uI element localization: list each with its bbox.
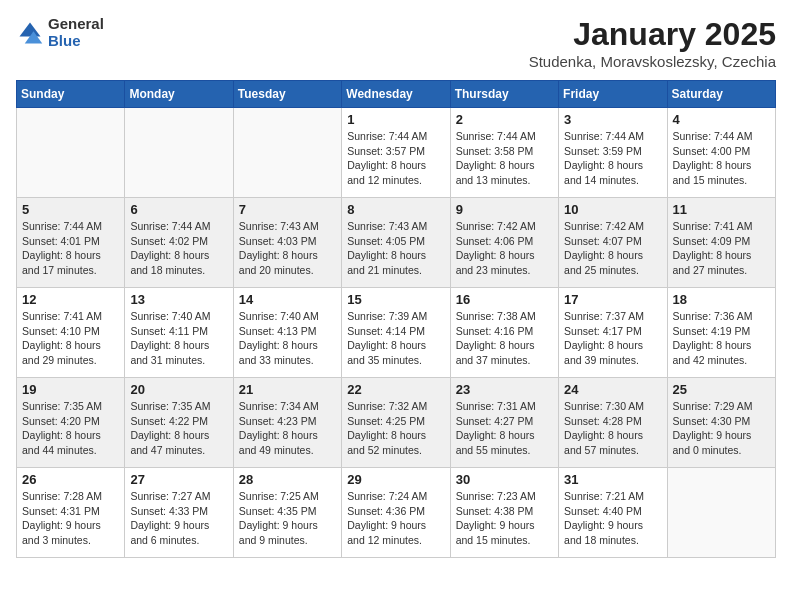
day-info: Sunrise: 7:39 AM Sunset: 4:14 PM Dayligh… bbox=[347, 309, 444, 368]
calendar-cell bbox=[17, 108, 125, 198]
calendar-cell: 15Sunrise: 7:39 AM Sunset: 4:14 PM Dayli… bbox=[342, 288, 450, 378]
day-info: Sunrise: 7:31 AM Sunset: 4:27 PM Dayligh… bbox=[456, 399, 553, 458]
calendar-table: SundayMondayTuesdayWednesdayThursdayFrid… bbox=[16, 80, 776, 558]
calendar-cell: 2Sunrise: 7:44 AM Sunset: 3:58 PM Daylig… bbox=[450, 108, 558, 198]
day-number: 31 bbox=[564, 472, 661, 487]
logo-blue-text: Blue bbox=[48, 33, 104, 50]
calendar-cell: 7Sunrise: 7:43 AM Sunset: 4:03 PM Daylig… bbox=[233, 198, 341, 288]
day-number: 27 bbox=[130, 472, 227, 487]
weekday-header-tuesday: Tuesday bbox=[233, 81, 341, 108]
day-info: Sunrise: 7:42 AM Sunset: 4:06 PM Dayligh… bbox=[456, 219, 553, 278]
calendar-cell: 19Sunrise: 7:35 AM Sunset: 4:20 PM Dayli… bbox=[17, 378, 125, 468]
day-number: 24 bbox=[564, 382, 661, 397]
day-number: 2 bbox=[456, 112, 553, 127]
calendar-cell: 30Sunrise: 7:23 AM Sunset: 4:38 PM Dayli… bbox=[450, 468, 558, 558]
day-number: 29 bbox=[347, 472, 444, 487]
day-info: Sunrise: 7:28 AM Sunset: 4:31 PM Dayligh… bbox=[22, 489, 119, 548]
calendar-cell: 3Sunrise: 7:44 AM Sunset: 3:59 PM Daylig… bbox=[559, 108, 667, 198]
calendar-cell: 14Sunrise: 7:40 AM Sunset: 4:13 PM Dayli… bbox=[233, 288, 341, 378]
weekday-header-wednesday: Wednesday bbox=[342, 81, 450, 108]
calendar-cell bbox=[233, 108, 341, 198]
logo-text: General Blue bbox=[48, 16, 104, 49]
calendar-cell: 10Sunrise: 7:42 AM Sunset: 4:07 PM Dayli… bbox=[559, 198, 667, 288]
weekday-header-thursday: Thursday bbox=[450, 81, 558, 108]
calendar-week-row: 19Sunrise: 7:35 AM Sunset: 4:20 PM Dayli… bbox=[17, 378, 776, 468]
calendar-cell: 18Sunrise: 7:36 AM Sunset: 4:19 PM Dayli… bbox=[667, 288, 775, 378]
calendar-cell: 21Sunrise: 7:34 AM Sunset: 4:23 PM Dayli… bbox=[233, 378, 341, 468]
calendar-cell: 13Sunrise: 7:40 AM Sunset: 4:11 PM Dayli… bbox=[125, 288, 233, 378]
calendar-cell: 22Sunrise: 7:32 AM Sunset: 4:25 PM Dayli… bbox=[342, 378, 450, 468]
calendar-week-row: 26Sunrise: 7:28 AM Sunset: 4:31 PM Dayli… bbox=[17, 468, 776, 558]
day-info: Sunrise: 7:35 AM Sunset: 4:22 PM Dayligh… bbox=[130, 399, 227, 458]
day-number: 20 bbox=[130, 382, 227, 397]
month-title: January 2025 bbox=[529, 16, 776, 53]
day-info: Sunrise: 7:38 AM Sunset: 4:16 PM Dayligh… bbox=[456, 309, 553, 368]
location-subtitle: Studenka, Moravskoslezsky, Czechia bbox=[529, 53, 776, 70]
day-info: Sunrise: 7:44 AM Sunset: 4:00 PM Dayligh… bbox=[673, 129, 770, 188]
day-number: 9 bbox=[456, 202, 553, 217]
calendar-cell: 12Sunrise: 7:41 AM Sunset: 4:10 PM Dayli… bbox=[17, 288, 125, 378]
day-number: 6 bbox=[130, 202, 227, 217]
logo: General Blue bbox=[16, 16, 104, 49]
calendar-week-row: 1Sunrise: 7:44 AM Sunset: 3:57 PM Daylig… bbox=[17, 108, 776, 198]
day-number: 4 bbox=[673, 112, 770, 127]
day-number: 18 bbox=[673, 292, 770, 307]
day-info: Sunrise: 7:44 AM Sunset: 3:58 PM Dayligh… bbox=[456, 129, 553, 188]
day-info: Sunrise: 7:41 AM Sunset: 4:09 PM Dayligh… bbox=[673, 219, 770, 278]
day-number: 22 bbox=[347, 382, 444, 397]
day-number: 26 bbox=[22, 472, 119, 487]
calendar-cell: 20Sunrise: 7:35 AM Sunset: 4:22 PM Dayli… bbox=[125, 378, 233, 468]
day-info: Sunrise: 7:42 AM Sunset: 4:07 PM Dayligh… bbox=[564, 219, 661, 278]
day-info: Sunrise: 7:35 AM Sunset: 4:20 PM Dayligh… bbox=[22, 399, 119, 458]
day-number: 7 bbox=[239, 202, 336, 217]
calendar-cell: 29Sunrise: 7:24 AM Sunset: 4:36 PM Dayli… bbox=[342, 468, 450, 558]
calendar-week-row: 12Sunrise: 7:41 AM Sunset: 4:10 PM Dayli… bbox=[17, 288, 776, 378]
day-number: 8 bbox=[347, 202, 444, 217]
logo-icon bbox=[16, 19, 44, 47]
day-number: 13 bbox=[130, 292, 227, 307]
day-info: Sunrise: 7:32 AM Sunset: 4:25 PM Dayligh… bbox=[347, 399, 444, 458]
day-info: Sunrise: 7:44 AM Sunset: 4:01 PM Dayligh… bbox=[22, 219, 119, 278]
day-number: 1 bbox=[347, 112, 444, 127]
day-number: 15 bbox=[347, 292, 444, 307]
page-header: General Blue January 2025 Studenka, Mora… bbox=[16, 16, 776, 70]
day-info: Sunrise: 7:44 AM Sunset: 3:57 PM Dayligh… bbox=[347, 129, 444, 188]
day-number: 28 bbox=[239, 472, 336, 487]
day-info: Sunrise: 7:29 AM Sunset: 4:30 PM Dayligh… bbox=[673, 399, 770, 458]
day-number: 30 bbox=[456, 472, 553, 487]
day-info: Sunrise: 7:41 AM Sunset: 4:10 PM Dayligh… bbox=[22, 309, 119, 368]
day-number: 25 bbox=[673, 382, 770, 397]
calendar-cell: 11Sunrise: 7:41 AM Sunset: 4:09 PM Dayli… bbox=[667, 198, 775, 288]
calendar-cell: 24Sunrise: 7:30 AM Sunset: 4:28 PM Dayli… bbox=[559, 378, 667, 468]
weekday-header-row: SundayMondayTuesdayWednesdayThursdayFrid… bbox=[17, 81, 776, 108]
day-info: Sunrise: 7:44 AM Sunset: 3:59 PM Dayligh… bbox=[564, 129, 661, 188]
logo-general-text: General bbox=[48, 16, 104, 33]
calendar-cell: 26Sunrise: 7:28 AM Sunset: 4:31 PM Dayli… bbox=[17, 468, 125, 558]
calendar-cell: 25Sunrise: 7:29 AM Sunset: 4:30 PM Dayli… bbox=[667, 378, 775, 468]
day-info: Sunrise: 7:27 AM Sunset: 4:33 PM Dayligh… bbox=[130, 489, 227, 548]
calendar-cell: 5Sunrise: 7:44 AM Sunset: 4:01 PM Daylig… bbox=[17, 198, 125, 288]
title-block: January 2025 Studenka, Moravskoslezsky, … bbox=[529, 16, 776, 70]
calendar-cell: 17Sunrise: 7:37 AM Sunset: 4:17 PM Dayli… bbox=[559, 288, 667, 378]
calendar-cell: 27Sunrise: 7:27 AM Sunset: 4:33 PM Dayli… bbox=[125, 468, 233, 558]
day-number: 12 bbox=[22, 292, 119, 307]
calendar-cell: 31Sunrise: 7:21 AM Sunset: 4:40 PM Dayli… bbox=[559, 468, 667, 558]
day-number: 23 bbox=[456, 382, 553, 397]
weekday-header-saturday: Saturday bbox=[667, 81, 775, 108]
day-info: Sunrise: 7:21 AM Sunset: 4:40 PM Dayligh… bbox=[564, 489, 661, 548]
day-info: Sunrise: 7:36 AM Sunset: 4:19 PM Dayligh… bbox=[673, 309, 770, 368]
calendar-cell: 8Sunrise: 7:43 AM Sunset: 4:05 PM Daylig… bbox=[342, 198, 450, 288]
day-info: Sunrise: 7:40 AM Sunset: 4:11 PM Dayligh… bbox=[130, 309, 227, 368]
day-number: 3 bbox=[564, 112, 661, 127]
calendar-week-row: 5Sunrise: 7:44 AM Sunset: 4:01 PM Daylig… bbox=[17, 198, 776, 288]
day-number: 19 bbox=[22, 382, 119, 397]
day-number: 21 bbox=[239, 382, 336, 397]
day-number: 10 bbox=[564, 202, 661, 217]
day-number: 14 bbox=[239, 292, 336, 307]
weekday-header-monday: Monday bbox=[125, 81, 233, 108]
weekday-header-friday: Friday bbox=[559, 81, 667, 108]
day-info: Sunrise: 7:43 AM Sunset: 4:05 PM Dayligh… bbox=[347, 219, 444, 278]
calendar-cell: 6Sunrise: 7:44 AM Sunset: 4:02 PM Daylig… bbox=[125, 198, 233, 288]
day-info: Sunrise: 7:23 AM Sunset: 4:38 PM Dayligh… bbox=[456, 489, 553, 548]
day-info: Sunrise: 7:37 AM Sunset: 4:17 PM Dayligh… bbox=[564, 309, 661, 368]
